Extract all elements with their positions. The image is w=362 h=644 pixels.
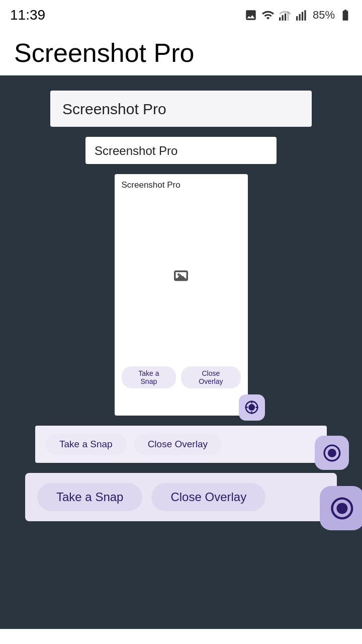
camera-fab-large[interactable] bbox=[320, 486, 362, 530]
status-bar: 11:39 85% bbox=[0, 0, 362, 30]
preview-card-level2: Screenshot Pro bbox=[85, 137, 277, 164]
app-bar: Screenshot Pro bbox=[0, 30, 362, 75]
signal-icon bbox=[279, 9, 292, 22]
svg-rect-7 bbox=[304, 10, 306, 21]
svg-point-9 bbox=[248, 405, 255, 411]
shutter-icon-small bbox=[244, 399, 259, 415]
close-overlay-button-small[interactable]: Close Overlay bbox=[181, 366, 240, 388]
bottom-bar: Take a Snap Close Overlay bbox=[0, 629, 362, 644]
svg-rect-2 bbox=[285, 14, 286, 21]
gallery-icon bbox=[244, 9, 257, 22]
card3-row: Screenshot Pro Take a Snap Close Overlay bbox=[115, 174, 248, 416]
svg-point-15 bbox=[336, 503, 347, 514]
close-overlay-button-medium[interactable]: Close Overlay bbox=[134, 434, 222, 455]
status-icons: 85% bbox=[244, 9, 352, 22]
card3-buttons-row: Take a Snap Close Overlay bbox=[122, 361, 241, 394]
svg-point-14 bbox=[327, 448, 336, 457]
overlay-card-large: Take a Snap Close Overlay bbox=[25, 473, 337, 521]
signal2-icon bbox=[296, 9, 309, 22]
overlay-row-large: Take a Snap Close Overlay bbox=[25, 473, 337, 521]
shutter-icon-large bbox=[329, 495, 355, 522]
medium-buttons-row: Take a Snap Close Overlay bbox=[45, 434, 222, 455]
app-title: Screenshot Pro bbox=[14, 38, 194, 68]
preview-card-level1: Screenshot Pro bbox=[50, 91, 312, 127]
photo-placeholder-icon bbox=[174, 270, 188, 281]
svg-rect-3 bbox=[287, 12, 289, 21]
main-content: Screenshot Pro Screenshot Pro Screenshot… bbox=[0, 75, 362, 629]
camera-fab-small[interactable] bbox=[239, 394, 265, 421]
card3-body bbox=[122, 190, 241, 361]
overlay-card-medium: Take a Snap Close Overlay bbox=[35, 426, 327, 463]
svg-rect-0 bbox=[279, 17, 281, 21]
wifi-icon bbox=[261, 9, 275, 22]
svg-rect-6 bbox=[302, 12, 303, 21]
battery-percent: 85% bbox=[313, 9, 335, 22]
battery-icon bbox=[339, 9, 352, 22]
preview-title-1: Screenshot Pro bbox=[62, 101, 166, 117]
svg-rect-5 bbox=[299, 14, 300, 21]
status-time: 11:39 bbox=[10, 7, 45, 23]
camera-fab-medium[interactable] bbox=[315, 436, 349, 470]
large-buttons-row: Take a Snap Close Overlay bbox=[37, 483, 265, 511]
close-overlay-button-large[interactable]: Close Overlay bbox=[151, 483, 265, 511]
shutter-icon-medium bbox=[322, 443, 342, 463]
preview-card-level3: Screenshot Pro Take a Snap Close Overlay bbox=[115, 174, 248, 416]
svg-rect-4 bbox=[296, 16, 298, 21]
preview-title-3: Screenshot Pro bbox=[122, 180, 180, 190]
overlay-row-medium: Take a Snap Close Overlay bbox=[35, 426, 327, 463]
svg-rect-1 bbox=[282, 15, 283, 21]
preview-title-2: Screenshot Pro bbox=[95, 144, 177, 157]
take-snap-button-medium[interactable]: Take a Snap bbox=[45, 434, 127, 455]
take-snap-button-small[interactable]: Take a Snap bbox=[122, 366, 176, 388]
svg-point-8 bbox=[177, 273, 180, 276]
take-snap-button-large[interactable]: Take a Snap bbox=[37, 483, 142, 511]
